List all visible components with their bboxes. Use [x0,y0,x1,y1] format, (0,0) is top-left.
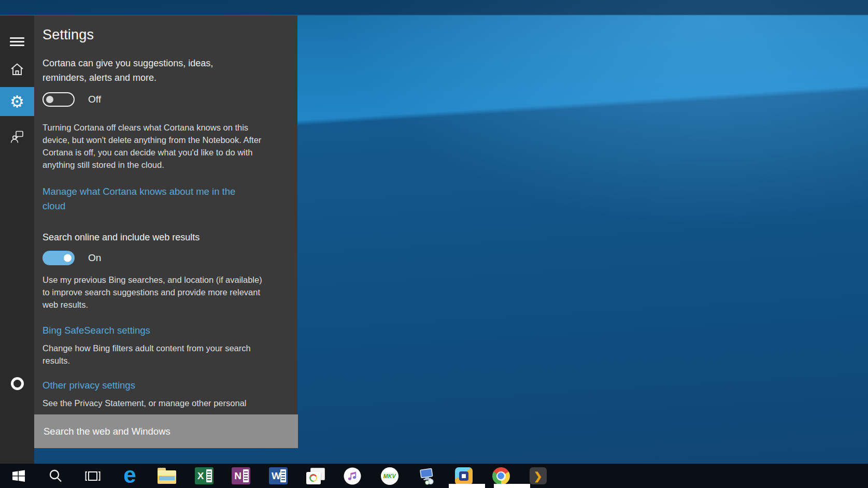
monitor-icon [417,467,436,485]
makemkv-button[interactable]: MKV [371,464,408,488]
edge-icon: e [123,466,136,484]
web-results-toggle-state-label: On [88,252,101,264]
chrome-icon [492,467,510,485]
pc-utility-button[interactable] [408,464,446,488]
privacy-note: See the Privacy Statement, or manage oth… [42,397,280,409]
home-button[interactable] [0,56,34,83]
feedback-icon [9,129,25,145]
cortana-settings-panel: Settings Cortana can give you suggestion… [34,16,297,430]
taskbar-search-button[interactable] [37,464,75,488]
safesearch-note: Change how Bing filters adult content fr… [42,342,280,367]
windows-logo-icon [11,468,26,484]
toggle-knob [46,96,53,103]
feedback-button[interactable] [0,123,34,150]
cortana-ring-icon [11,377,24,390]
hamburger-icon [10,35,24,48]
folder-icon [158,470,176,484]
chrome-apps-icon [306,468,325,484]
taskbar: e X N W [0,464,868,488]
home-icon [9,62,25,77]
start-button[interactable] [0,464,37,488]
cortana-toggle-state-label: Off [88,94,101,105]
edge-button[interactable]: e [111,464,149,488]
onenote-icon: N [232,467,250,484]
word-button[interactable]: W [260,464,297,488]
chrome-apps-button[interactable] [297,464,334,488]
excel-button[interactable]: X [186,464,223,488]
web-results-toggle[interactable] [42,251,75,265]
bing-history-note: Use my previous Bing searches, and locat… [42,274,269,311]
cortana-suggestions-description: Cortana can give you suggestions, ideas,… [42,56,236,85]
word-icon: W [269,467,288,484]
cortana-toggle[interactable] [42,92,75,107]
cortana-orb[interactable] [0,370,34,397]
windows-desktop: ⚙ Settings Cortana can give you suggesti… [0,0,868,488]
menu-button[interactable] [0,28,34,55]
taskbar-search-input[interactable] [34,414,298,448]
task-view-icon [84,468,101,484]
task-view-button[interactable] [74,464,111,488]
web-results-toggle-row: On [42,251,280,265]
plex-icon: ❯ [530,467,547,484]
cortana-toggle-row: Off [42,92,280,107]
search-icon [48,468,63,484]
cortana-sidebar: ⚙ [0,16,34,464]
itunes-icon [344,467,361,485]
toggle-knob [64,254,72,262]
web-results-heading: Search online and include web results [42,232,280,243]
manage-cortana-link[interactable]: Manage what Cortana knows about me in th… [42,184,257,213]
running-app-indicator [494,484,530,488]
itunes-button[interactable] [334,464,371,488]
onenote-button[interactable]: N [223,464,260,488]
gear-icon: ⚙ [10,94,24,110]
file-explorer-button[interactable] [148,464,186,488]
vmware-icon [455,467,473,485]
cortana-off-note: Turning Cortana off clears what Cortana … [42,121,274,171]
settings-button[interactable]: ⚙ [0,87,34,116]
search-box-container [34,414,298,448]
makemkv-icon: MKV [381,467,399,485]
bing-safesearch-link[interactable]: Bing SafeSearch settings [42,323,280,338]
running-app-indicator [449,484,485,488]
excel-icon: X [195,467,214,484]
page-title: Settings [42,26,280,44]
other-privacy-link[interactable]: Other privacy settings [42,378,280,393]
